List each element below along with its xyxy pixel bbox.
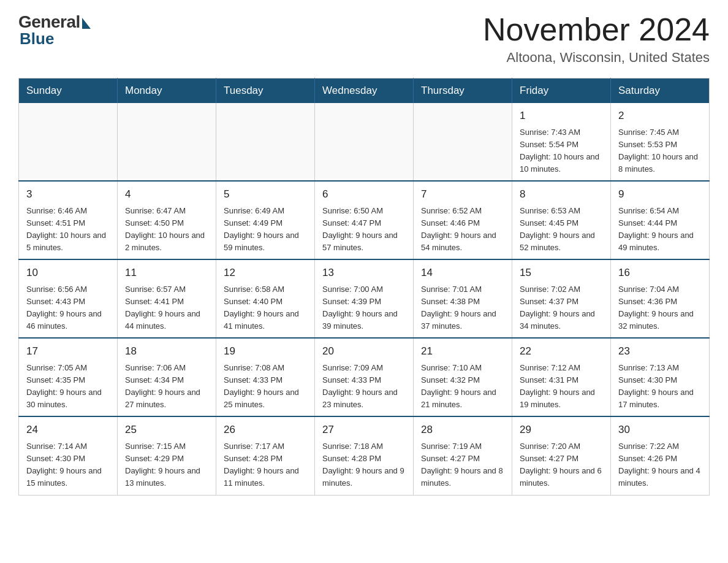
calendar-cell: 10Sunrise: 6:56 AM Sunset: 4:43 PM Dayli…: [19, 259, 118, 338]
day-number: 25: [125, 422, 208, 438]
calendar-cell: 30Sunrise: 7:22 AM Sunset: 4:26 PM Dayli…: [611, 416, 710, 495]
calendar-cell: 9Sunrise: 6:54 AM Sunset: 4:44 PM Daylig…: [611, 181, 710, 259]
day-info: Sunrise: 7:10 AM Sunset: 4:32 PM Dayligh…: [421, 362, 504, 412]
day-number: 17: [26, 343, 110, 359]
calendar-cell: 2Sunrise: 7:45 AM Sunset: 5:53 PM Daylig…: [611, 103, 710, 181]
calendar-cell: 8Sunrise: 6:53 AM Sunset: 4:45 PM Daylig…: [512, 181, 611, 259]
calendar-cell: 3Sunrise: 6:46 AM Sunset: 4:51 PM Daylig…: [19, 181, 118, 259]
day-info: Sunrise: 7:22 AM Sunset: 4:26 PM Dayligh…: [618, 440, 702, 490]
day-number: 2: [618, 108, 702, 124]
day-info: Sunrise: 7:20 AM Sunset: 4:27 PM Dayligh…: [520, 440, 603, 490]
day-info: Sunrise: 7:15 AM Sunset: 4:29 PM Dayligh…: [125, 440, 208, 490]
calendar-cell: 7Sunrise: 6:52 AM Sunset: 4:46 PM Daylig…: [414, 181, 512, 259]
weekday-header-row: SundayMondayTuesdayWednesdayThursdayFrid…: [19, 79, 710, 104]
calendar-week-row: 1Sunrise: 7:43 AM Sunset: 5:54 PM Daylig…: [19, 103, 710, 181]
day-number: 30: [618, 422, 702, 438]
day-number: 11: [125, 265, 208, 281]
page-title: November 2024: [483, 12, 710, 47]
calendar-cell: 13Sunrise: 7:00 AM Sunset: 4:39 PM Dayli…: [315, 259, 414, 338]
calendar-cell: [19, 103, 118, 181]
day-number: 26: [224, 422, 307, 438]
calendar-cell: 21Sunrise: 7:10 AM Sunset: 4:32 PM Dayli…: [414, 338, 512, 416]
day-number: 18: [125, 343, 208, 359]
day-info: Sunrise: 7:04 AM Sunset: 4:36 PM Dayligh…: [618, 283, 702, 333]
weekday-header-tuesday: Tuesday: [216, 79, 315, 104]
day-number: 13: [322, 265, 406, 281]
day-info: Sunrise: 7:13 AM Sunset: 4:30 PM Dayligh…: [618, 362, 702, 412]
day-number: 28: [421, 422, 504, 438]
day-number: 20: [322, 343, 406, 359]
day-number: 12: [224, 265, 307, 281]
day-info: Sunrise: 7:05 AM Sunset: 4:35 PM Dayligh…: [26, 362, 110, 412]
day-number: 14: [421, 265, 504, 281]
day-info: Sunrise: 6:53 AM Sunset: 4:45 PM Dayligh…: [520, 205, 603, 255]
day-number: 22: [520, 343, 603, 359]
day-info: Sunrise: 6:47 AM Sunset: 4:50 PM Dayligh…: [125, 205, 208, 255]
day-info: Sunrise: 7:01 AM Sunset: 4:38 PM Dayligh…: [421, 283, 504, 333]
day-info: Sunrise: 6:50 AM Sunset: 4:47 PM Dayligh…: [322, 205, 406, 255]
day-number: 23: [618, 343, 702, 359]
day-info: Sunrise: 6:52 AM Sunset: 4:46 PM Dayligh…: [421, 205, 504, 255]
calendar-table: SundayMondayTuesdayWednesdayThursdayFrid…: [18, 78, 710, 495]
weekday-header-monday: Monday: [118, 79, 216, 104]
calendar-cell: 5Sunrise: 6:49 AM Sunset: 4:49 PM Daylig…: [216, 181, 315, 259]
day-info: Sunrise: 7:09 AM Sunset: 4:33 PM Dayligh…: [322, 362, 406, 412]
day-number: 29: [520, 422, 603, 438]
day-number: 10: [26, 265, 110, 281]
day-number: 5: [224, 186, 307, 202]
day-number: 16: [618, 265, 702, 281]
calendar-week-row: 24Sunrise: 7:14 AM Sunset: 4:30 PM Dayli…: [19, 416, 710, 495]
weekday-header-saturday: Saturday: [611, 79, 710, 104]
day-number: 15: [520, 265, 603, 281]
calendar-cell: 24Sunrise: 7:14 AM Sunset: 4:30 PM Dayli…: [19, 416, 118, 495]
day-number: 21: [421, 343, 504, 359]
calendar-cell: 17Sunrise: 7:05 AM Sunset: 4:35 PM Dayli…: [19, 338, 118, 416]
calendar-cell: 4Sunrise: 6:47 AM Sunset: 4:50 PM Daylig…: [118, 181, 216, 259]
calendar-cell: 22Sunrise: 7:12 AM Sunset: 4:31 PM Dayli…: [512, 338, 611, 416]
calendar-week-row: 3Sunrise: 6:46 AM Sunset: 4:51 PM Daylig…: [19, 181, 710, 259]
calendar-cell: [118, 103, 216, 181]
calendar-cell: 23Sunrise: 7:13 AM Sunset: 4:30 PM Dayli…: [611, 338, 710, 416]
day-number: 4: [125, 186, 208, 202]
calendar-cell: 25Sunrise: 7:15 AM Sunset: 4:29 PM Dayli…: [118, 416, 216, 495]
day-info: Sunrise: 7:18 AM Sunset: 4:28 PM Dayligh…: [322, 440, 406, 490]
calendar-cell: 18Sunrise: 7:06 AM Sunset: 4:34 PM Dayli…: [118, 338, 216, 416]
day-info: Sunrise: 7:19 AM Sunset: 4:27 PM Dayligh…: [421, 440, 504, 490]
day-number: 7: [421, 186, 504, 202]
logo: General Blue: [18, 12, 91, 48]
day-info: Sunrise: 6:54 AM Sunset: 4:44 PM Dayligh…: [618, 205, 702, 255]
day-number: 6: [322, 186, 406, 202]
calendar-cell: [414, 103, 512, 181]
calendar-cell: 19Sunrise: 7:08 AM Sunset: 4:33 PM Dayli…: [216, 338, 315, 416]
day-number: 27: [322, 422, 406, 438]
day-info: Sunrise: 6:49 AM Sunset: 4:49 PM Dayligh…: [224, 205, 307, 255]
calendar-cell: 1Sunrise: 7:43 AM Sunset: 5:54 PM Daylig…: [512, 103, 611, 181]
calendar-cell: 14Sunrise: 7:01 AM Sunset: 4:38 PM Dayli…: [414, 259, 512, 338]
calendar-cell: 16Sunrise: 7:04 AM Sunset: 4:36 PM Dayli…: [611, 259, 710, 338]
weekday-header-thursday: Thursday: [414, 79, 512, 104]
day-info: Sunrise: 7:14 AM Sunset: 4:30 PM Dayligh…: [26, 440, 110, 490]
day-info: Sunrise: 7:45 AM Sunset: 5:53 PM Dayligh…: [618, 126, 702, 176]
logo-blue-text: Blue: [20, 29, 54, 48]
calendar-cell: [216, 103, 315, 181]
day-info: Sunrise: 6:58 AM Sunset: 4:40 PM Dayligh…: [224, 283, 307, 333]
calendar-cell: 11Sunrise: 6:57 AM Sunset: 4:41 PM Dayli…: [118, 259, 216, 338]
calendar-cell: 26Sunrise: 7:17 AM Sunset: 4:28 PM Dayli…: [216, 416, 315, 495]
day-info: Sunrise: 7:06 AM Sunset: 4:34 PM Dayligh…: [125, 362, 208, 412]
weekday-header-friday: Friday: [512, 79, 611, 104]
day-info: Sunrise: 7:12 AM Sunset: 4:31 PM Dayligh…: [520, 362, 603, 412]
day-number: 19: [224, 343, 307, 359]
weekday-header-wednesday: Wednesday: [315, 79, 414, 104]
calendar-header: SundayMondayTuesdayWednesdayThursdayFrid…: [19, 79, 710, 104]
day-info: Sunrise: 7:17 AM Sunset: 4:28 PM Dayligh…: [224, 440, 307, 490]
day-info: Sunrise: 6:56 AM Sunset: 4:43 PM Dayligh…: [26, 283, 110, 333]
day-info: Sunrise: 7:02 AM Sunset: 4:37 PM Dayligh…: [520, 283, 603, 333]
calendar-cell: 12Sunrise: 6:58 AM Sunset: 4:40 PM Dayli…: [216, 259, 315, 338]
title-section: November 2024 Altoona, Wisconsin, United…: [483, 12, 710, 66]
calendar-week-row: 17Sunrise: 7:05 AM Sunset: 4:35 PM Dayli…: [19, 338, 710, 416]
day-number: 1: [520, 108, 603, 124]
day-info: Sunrise: 6:46 AM Sunset: 4:51 PM Dayligh…: [26, 205, 110, 255]
day-info: Sunrise: 7:00 AM Sunset: 4:39 PM Dayligh…: [322, 283, 406, 333]
day-number: 8: [520, 186, 603, 202]
day-number: 24: [26, 422, 110, 438]
